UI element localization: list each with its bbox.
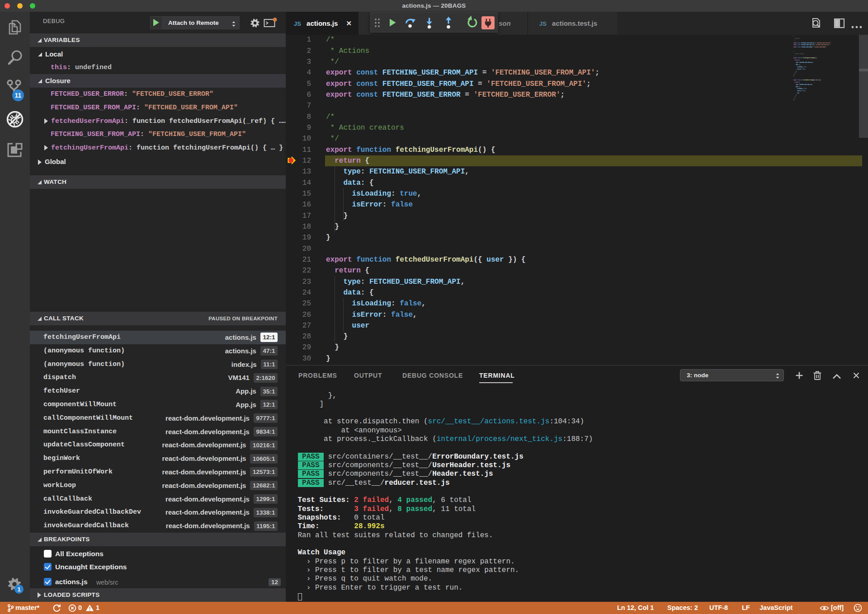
svg-text:11: 11 [15,92,22,99]
svg-text:1: 1 [17,586,20,593]
